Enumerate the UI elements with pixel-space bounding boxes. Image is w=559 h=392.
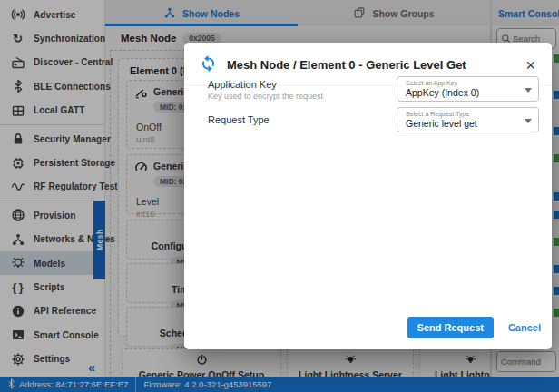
generic-level-get-dialog: Mesh Node / Element 0 - Generic Level Ge… (184, 43, 552, 349)
send-request-button[interactable]: Send Request (407, 317, 494, 338)
chevron-down-icon (525, 119, 532, 123)
chevron-down-icon (525, 88, 532, 93)
select-floating-label: Select a Request Type (406, 111, 520, 118)
application-key-helper: Key used to encrypt the request (208, 92, 323, 101)
cancel-button[interactable]: Cancel (508, 322, 541, 333)
dialog-footer: Send Request Cancel (407, 317, 541, 338)
select-floating-label: Select an App Key (406, 80, 520, 87)
app-key-select[interactable]: Select an App Key AppKey (Index 0) (397, 76, 539, 102)
sync-request-icon (199, 54, 218, 76)
application-key-label: Application Key (208, 79, 277, 90)
select-value: AppKey (Index 0) (406, 87, 520, 99)
select-value: Generic level get (406, 118, 520, 130)
app-window: Advertise ↻ Synchronization Discover - C… (0, 0, 559, 392)
request-type-label: Request Type (208, 114, 270, 125)
request-type-select[interactable]: Select a Request Type Generic level get (397, 107, 539, 132)
dialog-title: Mesh Node / Element 0 - Generic Level Ge… (227, 58, 515, 72)
close-icon[interactable]: × (524, 57, 537, 74)
